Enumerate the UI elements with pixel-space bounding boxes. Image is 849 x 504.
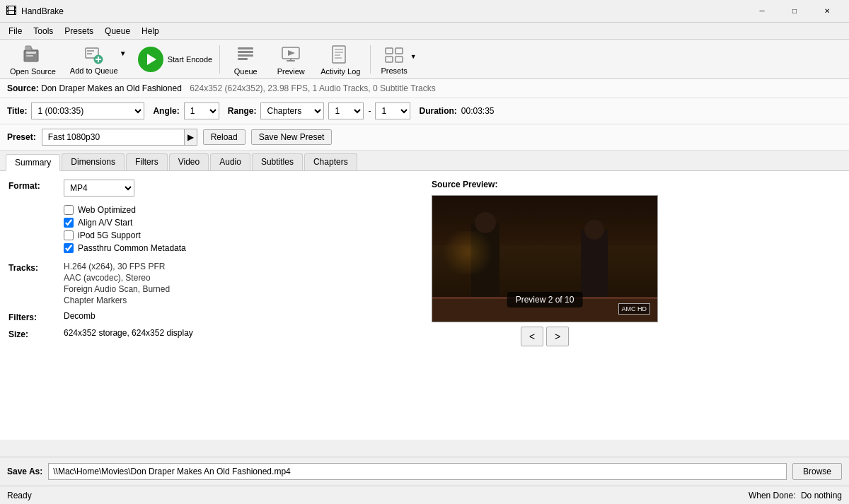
ipod-checkbox[interactable] <box>64 230 74 240</box>
menu-queue[interactable]: Queue <box>99 25 136 37</box>
tabs-bar: Summary Dimensions Filters Video Audio S… <box>0 151 849 171</box>
reload-button[interactable]: Reload <box>203 129 246 145</box>
chapter-end-select[interactable]: 1 <box>375 102 410 119</box>
preview-prev-button[interactable]: < <box>521 327 543 346</box>
preset-row: Preset: Fast 1080p30 ▶ Reload Save New P… <box>0 124 849 151</box>
preview-nav: < > <box>432 327 658 346</box>
ipod-label: iPod 5G Support <box>78 230 141 240</box>
head-right <box>584 220 604 240</box>
preview-button[interactable]: Preview <box>270 40 312 78</box>
title-label: Title: <box>7 106 27 116</box>
tracks-row: Tracks: H.264 (x264), 30 FPS PFR AAC (av… <box>8 262 417 305</box>
svg-rect-11 <box>238 51 253 53</box>
chapter-start-select[interactable]: 1 <box>328 102 364 119</box>
passthru-checkbox[interactable] <box>64 243 74 253</box>
menu-presets[interactable]: Presets <box>59 25 99 37</box>
svg-rect-10 <box>238 47 253 49</box>
maximize-button[interactable]: □ <box>778 0 811 23</box>
tab-filters[interactable]: Filters <box>126 153 168 170</box>
preset-label: Preset: <box>7 132 36 142</box>
preview-section-label: Source Preview: <box>432 180 497 189</box>
menu-tools[interactable]: Tools <box>28 25 59 37</box>
tracks-label: Tracks: <box>8 262 58 273</box>
filters-row: Filters: Decomb <box>8 311 417 322</box>
tab-video[interactable]: Video <box>169 153 209 170</box>
start-encode-group: Start Encode <box>138 47 213 72</box>
save-new-preset-button[interactable]: Save New Preset <box>251 129 333 145</box>
web-optimized-label: Web Optimized <box>78 205 136 215</box>
tab-dimensions[interactable]: Dimensions <box>62 153 125 170</box>
presets-dropdown-arrow[interactable]: ▼ <box>410 53 417 60</box>
save-as-label: Save As: <box>7 467 42 476</box>
preview-container: AMC HD Preview 2 of 10 < > <box>432 195 658 346</box>
tracks-list: H.264 (x264), 30 FPS PFR AAC (avcodec), … <box>64 262 170 305</box>
tab-chapters[interactable]: Chapters <box>304 153 357 170</box>
format-select[interactable]: MP4 <box>64 180 134 197</box>
light-glow <box>439 231 496 274</box>
add-to-queue-label: Add to Queue <box>70 66 118 75</box>
web-optimized-checkbox[interactable] <box>64 205 74 215</box>
track-2: Foreign Audio Scan, Burned <box>64 284 170 294</box>
title-select[interactable]: 1 (00:03:35) <box>31 102 144 119</box>
titlebar-left: 🎞 HandBrake <box>6 5 64 18</box>
duration-value: 00:03:35 <box>461 106 495 116</box>
svg-rect-24 <box>395 48 403 54</box>
track-3: Chapter Markers <box>64 295 170 305</box>
activity-log-button[interactable]: Activity Log <box>315 40 366 78</box>
preview-image: AMC HD Preview 2 of 10 <box>432 195 658 322</box>
save-path-input[interactable] <box>48 463 787 480</box>
browse-button[interactable]: Browse <box>792 463 842 480</box>
size-label: Size: <box>8 328 58 339</box>
source-label: Source: <box>7 83 39 93</box>
presets-label: Presets <box>381 66 407 75</box>
main-content: Format: MP4 Web Optimized Align A/V Star… <box>0 171 849 440</box>
toolbar-separator-2 <box>370 45 371 74</box>
status-bar: Ready When Done: Do nothing <box>0 486 849 504</box>
source-bar: Source: Don Draper Makes an Old Fashione… <box>0 79 849 98</box>
range-type-select[interactable]: Chapters <box>260 102 324 119</box>
preset-dropdown-button[interactable]: ▶ <box>184 129 197 145</box>
angle-select[interactable]: 1 <box>184 102 219 119</box>
add-to-queue-button[interactable]: Add to Queue ▼ <box>64 41 132 78</box>
start-encode-button[interactable] <box>138 47 163 72</box>
add-queue-dropdown-arrow[interactable]: ▼ <box>120 49 127 57</box>
web-optimized-row: Web Optimized <box>64 205 417 215</box>
svg-rect-23 <box>386 48 393 54</box>
size-value: 624x352 storage, 624x352 display <box>64 328 193 338</box>
duration-label: Duration: <box>419 106 456 116</box>
size-row: Size: 624x352 storage, 624x352 display <box>8 328 417 339</box>
filters-value: Decomb <box>64 311 96 321</box>
tab-summary[interactable]: Summary <box>6 154 60 171</box>
toolbar-separator-1 <box>219 45 220 74</box>
range-group: Range: Chapters 1 - 1 <box>228 102 411 119</box>
svg-rect-16 <box>287 60 295 61</box>
queue-button[interactable]: Queue <box>224 40 267 78</box>
status-ready: Ready <box>7 491 32 500</box>
menu-help[interactable]: Help <box>136 25 165 37</box>
presets-button[interactable]: Presets ▼ <box>375 41 422 78</box>
amc-logo: AMC HD <box>618 303 651 315</box>
svg-rect-25 <box>386 57 393 62</box>
figure-right <box>581 230 608 300</box>
preset-value[interactable]: Fast 1080p30 <box>42 132 184 142</box>
tab-audio[interactable]: Audio <box>210 153 250 170</box>
track-0: H.264 (x264), 30 FPS PFR <box>64 262 170 271</box>
titlebar-controls: ─ □ ✕ <box>746 0 843 23</box>
minimize-button[interactable]: ─ <box>746 0 778 23</box>
menu-file[interactable]: File <box>3 25 28 37</box>
svg-rect-2 <box>26 52 36 54</box>
controls-row: Title: 1 (00:03:35) Angle: 1 Range: Chap… <box>0 98 849 124</box>
svg-rect-18 <box>333 46 345 63</box>
title-group: Title: 1 (00:03:35) <box>7 102 144 119</box>
preview-label: Preview <box>277 67 305 76</box>
format-label: Format: <box>8 180 58 191</box>
toolbar: Open Source Add to Queue ▼ Start Encode <box>0 40 849 79</box>
open-source-button[interactable]: Open Source <box>4 40 62 78</box>
when-done-group: When Done: Do nothing <box>749 491 842 500</box>
checkboxes-group: Web Optimized Align A/V Start iPod 5G Su… <box>64 205 417 253</box>
tab-subtitles[interactable]: Subtitles <box>252 153 303 170</box>
preview-next-button[interactable]: > <box>546 327 569 346</box>
open-source-label: Open Source <box>10 67 56 76</box>
align-av-checkbox[interactable] <box>64 218 74 228</box>
close-button[interactable]: ✕ <box>811 0 843 23</box>
